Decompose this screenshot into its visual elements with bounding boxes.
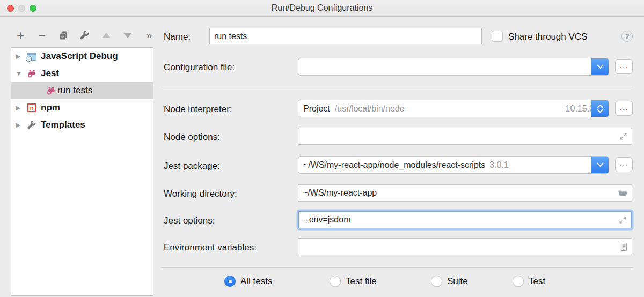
browse-folder-button[interactable] bbox=[618, 189, 627, 197]
expand-field-button[interactable] bbox=[619, 132, 627, 140]
radio-test[interactable]: Test bbox=[513, 276, 545, 287]
share-through-vcs-label: Share through VCS bbox=[508, 32, 587, 42]
window-title: Run/Debug Configurations bbox=[0, 0, 644, 16]
node-interpreter-version: 10.15.0 bbox=[566, 104, 591, 114]
test-scope-radio-group: All tests Test file Suite Test bbox=[0, 276, 644, 288]
radio-unselected-icon bbox=[513, 276, 524, 287]
dropdown-button[interactable] bbox=[591, 58, 609, 75]
expand-collapsed-icon[interactable]: ▶ bbox=[16, 121, 26, 129]
browse-jest-package-button[interactable]: ... bbox=[615, 157, 633, 172]
separator bbox=[161, 86, 633, 86]
chevron-down-icon bbox=[597, 162, 604, 167]
stepper-button[interactable] bbox=[591, 100, 609, 117]
tree-item-javascript-debug[interactable]: ▶ JavaScript Debug bbox=[11, 48, 153, 65]
node-options-input[interactable] bbox=[298, 128, 632, 145]
tree-item-label: JavaScript Debug bbox=[41, 51, 118, 62]
configuration-file-value bbox=[298, 58, 591, 75]
expand-collapsed-icon[interactable]: ▶ bbox=[16, 104, 26, 112]
tree-item-label: run tests bbox=[57, 85, 92, 96]
node-interpreter-combobox[interactable]: Project /usr/local/bin/node 10.15.0 bbox=[298, 100, 609, 117]
jest-options-label: Jest options: bbox=[164, 216, 215, 226]
node-interpreter-label: Node interpreter: bbox=[164, 104, 232, 115]
add-configuration-button[interactable]: + bbox=[16, 29, 25, 42]
working-directory-label: Working directory: bbox=[164, 189, 237, 199]
wrench-icon bbox=[26, 120, 37, 130]
jest-icon bbox=[26, 69, 37, 78]
tree-item-run-tests[interactable]: run tests bbox=[11, 82, 153, 99]
radio-suite[interactable]: Suite bbox=[431, 276, 468, 287]
move-up-button[interactable] bbox=[101, 29, 111, 42]
separator bbox=[161, 267, 633, 268]
node-interpreter-value: Project bbox=[303, 104, 330, 114]
zoom-window-button[interactable] bbox=[30, 5, 36, 12]
tree-item-label: npm bbox=[41, 102, 60, 113]
tree-item-templates[interactable]: ▶ Templates bbox=[11, 116, 153, 133]
expand-expanded-icon[interactable]: ▼ bbox=[16, 70, 26, 77]
radio-selected-icon bbox=[224, 276, 236, 287]
jest-options-input[interactable]: --env=jsdom bbox=[298, 211, 632, 228]
working-directory-input[interactable]: ~/WS/my-react-app bbox=[298, 184, 632, 202]
browse-configuration-file-button[interactable]: ... bbox=[615, 59, 633, 74]
dropdown-button[interactable] bbox=[591, 157, 609, 173]
expand-collapsed-icon[interactable]: ▶ bbox=[16, 53, 26, 60]
jest-package-version: 3.0.1 bbox=[489, 160, 509, 170]
expand-field-button[interactable] bbox=[619, 216, 627, 224]
tree-item-npm[interactable]: ▶ n npm bbox=[11, 99, 153, 116]
close-window-button[interactable] bbox=[7, 5, 14, 12]
list-icon bbox=[620, 242, 627, 251]
configuration-file-label: Configuration file: bbox=[164, 62, 235, 73]
remove-configuration-button[interactable]: − bbox=[37, 29, 47, 42]
tree-item-label: Jest bbox=[41, 68, 59, 79]
radio-unselected-icon bbox=[330, 276, 341, 287]
configurations-toolbar: + − » bbox=[16, 28, 154, 43]
move-down-button[interactable] bbox=[123, 29, 133, 42]
name-value: run tests bbox=[214, 32, 247, 41]
jest-package-combobox[interactable]: ~/WS/my-react-app/node_modules/react-scr… bbox=[298, 156, 609, 174]
environment-variables-input[interactable] bbox=[298, 238, 632, 255]
working-directory-value: ~/WS/my-react-app bbox=[303, 188, 377, 198]
copy-icon bbox=[58, 31, 68, 41]
folder-icon bbox=[618, 189, 627, 197]
configuration-file-combobox[interactable] bbox=[298, 58, 609, 76]
chevron-down-icon bbox=[597, 64, 604, 69]
node-options-label: Node options: bbox=[164, 132, 220, 143]
titlebar: Run/Debug Configurations bbox=[0, 0, 644, 17]
radio-test-file[interactable]: Test file bbox=[330, 276, 377, 287]
help-icon[interactable]: ? bbox=[621, 31, 633, 42]
name-input[interactable]: run tests bbox=[209, 28, 482, 44]
expand-icon bbox=[619, 216, 627, 224]
copy-configuration-button[interactable] bbox=[58, 29, 68, 42]
edit-templates-button[interactable] bbox=[80, 29, 90, 42]
browse-node-interpreter-button[interactable]: ... bbox=[615, 101, 633, 116]
tree-item-label: Templates bbox=[41, 120, 85, 130]
minimize-window-button[interactable] bbox=[18, 5, 25, 12]
arrow-down-icon bbox=[123, 33, 132, 38]
jest-icon bbox=[46, 86, 56, 95]
npm-icon: n bbox=[26, 103, 37, 113]
wrench-icon bbox=[80, 30, 90, 41]
traffic-lights bbox=[7, 5, 36, 12]
name-label: Name: bbox=[164, 32, 191, 42]
jest-package-label: Jest package: bbox=[164, 161, 220, 172]
environment-variables-label: Environment variables: bbox=[164, 242, 257, 253]
expand-icon bbox=[619, 132, 627, 140]
configurations-tree: ▶ JavaScript Debug ▼ Jest run tests ▶ bbox=[11, 47, 153, 296]
more-actions-button[interactable]: » bbox=[144, 29, 154, 42]
jest-package-value: ~/WS/my-react-app/node_modules/react-scr… bbox=[303, 160, 485, 170]
javascript-debug-icon bbox=[26, 51, 37, 61]
tree-item-jest[interactable]: ▼ Jest bbox=[11, 65, 153, 82]
radio-all-tests[interactable]: All tests bbox=[224, 276, 273, 287]
radio-unselected-icon bbox=[431, 276, 442, 287]
arrow-up-icon bbox=[102, 33, 111, 38]
up-down-chevrons-icon bbox=[597, 104, 604, 113]
jest-options-value: --env=jsdom bbox=[303, 215, 350, 225]
share-through-vcs-checkbox[interactable] bbox=[492, 31, 503, 42]
edit-environment-variables-button[interactable] bbox=[620, 242, 627, 251]
node-interpreter-path: /usr/local/bin/node bbox=[335, 104, 405, 114]
